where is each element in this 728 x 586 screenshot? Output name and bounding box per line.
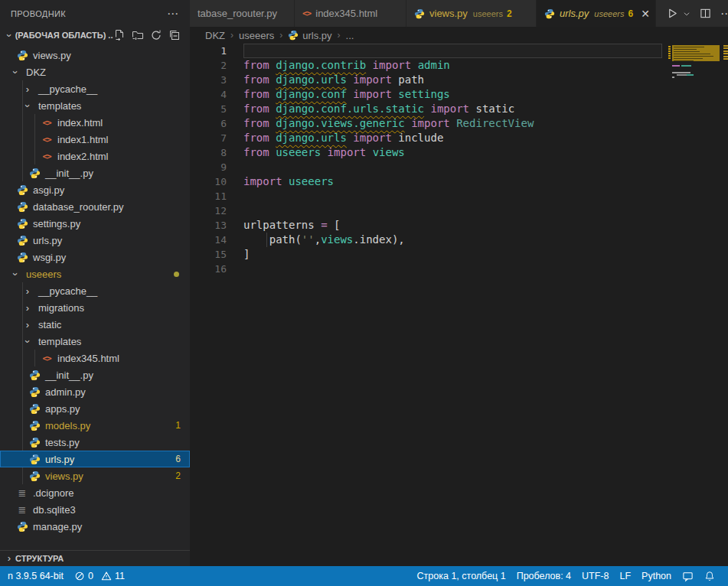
tree-item-label: __pycache__ (38, 83, 97, 95)
editor-more-actions-icon[interactable]: ⋯ (720, 7, 728, 21)
tree-item-templates[interactable]: ›templates (0, 333, 190, 350)
tree-item-wsgi-py[interactable]: wsgi.py (0, 249, 190, 265)
workspace-section-header[interactable]: › (РАБОЧАЯ ОБЛАСТЬ) ... (0, 27, 190, 44)
tree-item-label: database_roouter.py (33, 201, 124, 213)
overview-ruler[interactable] (723, 44, 728, 566)
line-number: 11 (190, 189, 243, 203)
tab-urls-py[interactable]: urls.pyuseeers6✕ (537, 0, 656, 27)
tree-item-templates[interactable]: ›templates (0, 97, 190, 114)
explorer-title: ПРОВОДНИК (11, 9, 66, 18)
code-line-10: import useeers (243, 174, 662, 189)
tab-tabase-roouter-py[interactable]: tabase_roouter.py (190, 0, 295, 27)
file-tree: views.py›DKZ›__pycache__›templates<>inde… (0, 44, 190, 550)
collapse-all-icon[interactable] (168, 29, 181, 41)
feedback-icon[interactable] (677, 571, 699, 582)
line-number: 7 (190, 131, 243, 145)
tree-item-label: settings.py (33, 218, 80, 230)
tree-item-asgi-py[interactable]: asgi.py (0, 181, 190, 198)
python-file-icon (28, 369, 41, 381)
run-python-file-button[interactable] (667, 8, 678, 19)
tree-item-label: .dcignore (33, 487, 73, 499)
tree-item-index345-html[interactable]: <>index345.html (0, 350, 190, 366)
tree-item-models-py[interactable]: models.py1 (0, 417, 190, 434)
tree-item-migrations[interactable]: ›migrations (0, 299, 190, 316)
tab-index345-html[interactable]: <>index345.html (295, 0, 406, 27)
tree-item--pycache-[interactable]: ›__pycache__ (0, 282, 190, 299)
tree-item-urls-py[interactable]: urls.py6 (0, 451, 190, 467)
encoding-status[interactable]: UTF-8 (576, 571, 614, 581)
tree-item-label: urls.py (45, 454, 74, 465)
tree-item-apps-py[interactable]: apps.py (0, 400, 190, 417)
bell-icon[interactable] (699, 571, 720, 581)
breadcrumb-item[interactable]: DKZ (205, 30, 225, 41)
tree-item-label: migrations (38, 302, 84, 314)
breadcrumb-item[interactable]: useeers (239, 30, 274, 41)
problems-status[interactable]: 0 11 (69, 566, 130, 586)
tree-item-label: static (38, 319, 61, 330)
tree-item-index1-html[interactable]: <>index1.html (0, 131, 190, 148)
explorer-more-actions-icon[interactable]: ⋯ (167, 7, 179, 21)
tree-item-useeers[interactable]: ›useeers (0, 265, 190, 282)
python-interpreter-status[interactable]: n 3.9.5 64-bit (2, 566, 69, 586)
split-editor-icon[interactable] (700, 8, 711, 19)
line-number: 6 (190, 116, 243, 131)
tab-views-py[interactable]: views.pyuseeers2 (406, 0, 537, 27)
tree-item-database-roouter-py[interactable]: database_roouter.py (0, 198, 190, 215)
breadcrumb-item[interactable]: ... (346, 30, 354, 41)
python-file-icon (544, 8, 555, 19)
problem-count-badge: 2 (175, 470, 190, 481)
html-file-icon: <> (41, 133, 53, 145)
tree-item-urls-py[interactable]: urls.py (0, 232, 190, 249)
tree-item-label: __init__.py (45, 370, 93, 381)
close-icon[interactable]: ✕ (641, 8, 650, 19)
tree-item--init-py[interactable]: __init__.py (0, 366, 190, 383)
tree-item-static[interactable]: ›static (0, 316, 190, 333)
tree-item-settings-py[interactable]: settings.py (0, 215, 190, 232)
line-number: 5 (190, 102, 243, 116)
code-line-13: urlpatterns = [ (243, 218, 662, 233)
breadcrumb-item[interactable]: urls.py (288, 30, 331, 41)
tree-item-index-html[interactable]: <>index.html (0, 114, 190, 131)
tree-item-views-py[interactable]: views.py (0, 47, 190, 63)
line-number: 10 (190, 174, 243, 189)
tree-item-db-sqlite3[interactable]: ≣db.sqlite3 (0, 501, 190, 518)
editor-column: tabase_roouter.py<>index345.html views.p… (190, 0, 728, 566)
outline-section-header[interactable]: › СТРУКТУРА (0, 550, 190, 566)
tree-item-tests-py[interactable]: tests.py (0, 434, 190, 451)
explorer-header: ПРОВОДНИК ⋯ (0, 0, 190, 27)
eol-status[interactable]: LF (614, 571, 636, 581)
refresh-icon[interactable] (150, 29, 162, 41)
tab-label: views.py (429, 8, 468, 19)
tree-item-views-py[interactable]: views.py2 (0, 467, 190, 484)
line-number: 13 (190, 218, 243, 233)
tree-item--dcignore[interactable]: ≣.dcignore (0, 484, 190, 501)
python-file-icon (28, 386, 41, 398)
outline-section-label: СТРУКТУРА (15, 554, 64, 563)
python-file-icon (28, 453, 41, 465)
tree-item-label: apps.py (45, 403, 80, 415)
modified-dot-badge (174, 272, 179, 277)
line-number: 14 (190, 233, 243, 247)
tree-item-label: views.py (33, 50, 71, 61)
language-mode-status[interactable]: Python (636, 571, 677, 581)
tree-item-admin-py[interactable]: admin.py (0, 383, 190, 400)
tree-item-index2-html[interactable]: <>index2.html (0, 148, 190, 164)
new-file-icon[interactable] (113, 29, 126, 41)
tree-item-label: urls.py (33, 235, 62, 246)
indentation-status[interactable]: Пробелов: 4 (511, 571, 576, 581)
html-file-icon: <> (41, 116, 53, 129)
tab-label: tabase_roouter.py (198, 8, 277, 19)
tree-item--init-py[interactable]: __init__.py (0, 164, 190, 181)
tree-item-label: db.sqlite3 (33, 504, 76, 516)
new-folder-icon[interactable] (132, 29, 144, 41)
code-content: from django.contrib import adminfrom dja… (243, 44, 662, 276)
code-editor[interactable]: 12345678910111213141516 from django.cont… (190, 44, 728, 566)
tree-item-manage-py[interactable]: manage.py (0, 518, 190, 535)
tree-item--pycache-[interactable]: ›__pycache__ (0, 80, 190, 97)
run-dropdown-chevron-icon[interactable] (683, 10, 690, 18)
tab-label: urls.py (560, 8, 589, 19)
chevron-down-icon: › (9, 268, 21, 280)
tree-item-dkz[interactable]: ›DKZ (0, 63, 190, 80)
minimap[interactable] (668, 44, 723, 566)
cursor-position-status[interactable]: Строка 1, столбец 1 (412, 571, 511, 581)
